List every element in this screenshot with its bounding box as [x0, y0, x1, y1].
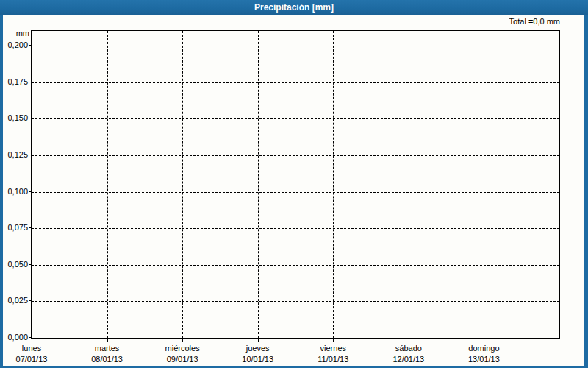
gridline-vertical — [258, 31, 259, 338]
x-label-date: 07/01/13 — [0, 355, 70, 364]
x-tick-label: domingo13/01/13 — [445, 344, 522, 364]
x-label-day: lunes — [0, 344, 70, 353]
x-tick-mark — [182, 339, 183, 342]
x-tick-label: sábado12/01/13 — [370, 344, 447, 364]
x-label-day: viernes — [295, 344, 371, 353]
gridline-vertical — [107, 31, 108, 338]
x-tick-label: miércoles09/01/13 — [144, 344, 220, 364]
y-axis-unit-label: mm — [3, 29, 29, 38]
gridline-horizontal — [32, 82, 559, 83]
y-tick-mark — [29, 300, 32, 301]
y-tick-mark — [29, 82, 32, 82]
x-tick-mark — [107, 339, 108, 342]
x-label-date: 11/01/13 — [295, 355, 371, 364]
gridline-horizontal — [32, 46, 559, 46]
gridline-horizontal — [32, 265, 559, 266]
plot-area — [31, 30, 560, 339]
chart-canvas: Total =0,0 mm mm 0,2000,1750,1500,1250,1… — [3, 15, 584, 366]
y-tick-label: 0,050 — [3, 259, 28, 269]
x-label-date: 10/01/13 — [220, 355, 296, 364]
y-tick-label: 0,200 — [3, 40, 28, 50]
x-tick-mark — [409, 339, 409, 342]
x-tick-label: viernes11/01/13 — [295, 344, 371, 364]
y-tick-label: 0,075 — [3, 222, 28, 233]
y-tick-label: 0,175 — [3, 77, 28, 87]
y-tick-label: 0,025 — [3, 295, 28, 305]
y-tick-label: 0,150 — [3, 113, 28, 123]
gridline-vertical — [484, 31, 484, 338]
gridline-horizontal — [32, 118, 559, 119]
gridline-vertical — [333, 31, 334, 338]
x-label-date: 09/01/13 — [144, 355, 220, 364]
y-tick-mark — [29, 45, 32, 46]
x-tick-mark — [333, 339, 334, 342]
y-tick-mark — [29, 227, 32, 228]
y-tick-label: 0,000 — [3, 332, 28, 342]
x-tick-mark — [484, 339, 484, 342]
total-label: Total =0,0 mm — [509, 17, 560, 26]
gridline-vertical — [409, 31, 409, 338]
gridline-vertical — [182, 31, 183, 338]
x-tick-label: jueves10/01/13 — [220, 344, 296, 364]
y-tick-mark — [29, 155, 32, 155]
gridline-horizontal — [32, 301, 559, 302]
x-label-day: domingo — [445, 344, 522, 353]
x-label-date: 13/01/13 — [445, 355, 522, 364]
x-label-day: miércoles — [144, 344, 220, 353]
chart-title-bar: Precipitación [mm] — [0, 0, 588, 15]
gridline-horizontal — [32, 155, 559, 156]
x-label-date: 12/01/13 — [370, 355, 447, 364]
gridline-horizontal — [32, 192, 559, 193]
gridline-horizontal — [32, 228, 559, 229]
y-tick-mark — [29, 118, 32, 118]
y-tick-label: 0,100 — [3, 186, 28, 197]
x-tick-label: martes08/01/13 — [69, 344, 146, 364]
y-tick-label: 0,125 — [3, 149, 28, 160]
chart-title: Precipitación [mm] — [254, 2, 334, 13]
x-tick-label: lunes07/01/13 — [0, 344, 70, 364]
x-label-day: martes — [69, 344, 146, 353]
y-tick-mark — [29, 191, 32, 192]
x-label-day: sábado — [370, 344, 447, 353]
x-tick-mark — [258, 339, 259, 342]
chart-window: Precipitación [mm] Total =0,0 mm mm 0,20… — [0, 0, 588, 368]
y-tick-mark — [29, 264, 32, 265]
x-label-date: 08/01/13 — [69, 355, 146, 364]
x-label-day: jueves — [220, 344, 296, 353]
y-tick-mark — [29, 337, 32, 338]
